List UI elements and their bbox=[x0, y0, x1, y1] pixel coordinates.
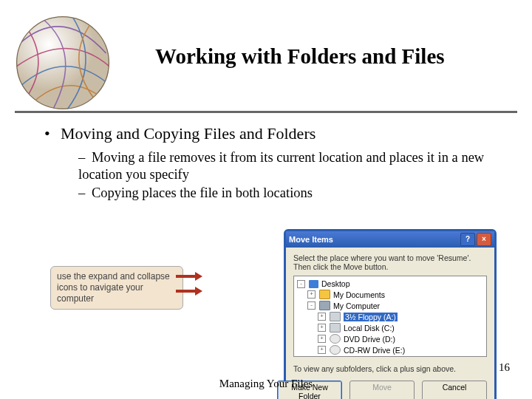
bullet-level1: •Moving and Copying Files and Folders bbox=[44, 124, 502, 143]
dialog-title: Move Items bbox=[289, 235, 333, 244]
decorative-sphere-image bbox=[15, 15, 111, 111]
move-items-dialog: Move Items ? × Select the place where yo… bbox=[284, 229, 497, 399]
svg-marker-2 bbox=[176, 272, 202, 281]
bullet-dot-icon: • bbox=[44, 124, 61, 143]
close-button[interactable]: × bbox=[477, 233, 491, 246]
tree-label: DVD Drive (D:) bbox=[344, 335, 395, 344]
tree-node-desktop[interactable]: -Desktop bbox=[297, 279, 483, 289]
drive-icon bbox=[330, 312, 341, 321]
expand-icon[interactable]: + bbox=[318, 313, 326, 321]
collapse-icon[interactable]: - bbox=[297, 280, 305, 288]
disc-icon bbox=[330, 345, 341, 355]
slide: Working with Folders and Files •Moving a… bbox=[0, 0, 532, 399]
dialog-hint: To view any subfolders, click a plus sig… bbox=[286, 361, 494, 379]
bullet-level2: –Copying places the file in both locatio… bbox=[78, 185, 502, 202]
slide-title: Working with Folders and Files bbox=[155, 44, 445, 69]
disc-icon bbox=[330, 334, 341, 344]
tree-node-cdrw[interactable]: +CD-RW Drive (E:) bbox=[297, 344, 483, 355]
footer-caption: Managing Your Files bbox=[0, 378, 532, 390]
desktop-icon bbox=[309, 280, 318, 288]
tree-node-zip[interactable]: +Zip 100 (F:) bbox=[297, 355, 483, 357]
dash-icon: – bbox=[78, 149, 92, 166]
tree-label: Desktop bbox=[321, 279, 350, 288]
expand-icon[interactable]: + bbox=[318, 335, 326, 343]
collapse-icon[interactable]: - bbox=[307, 301, 316, 310]
tree-node-mycomp[interactable]: -My Computer bbox=[297, 300, 483, 311]
page-number: 16 bbox=[499, 361, 510, 374]
svg-point-1 bbox=[17, 17, 109, 109]
drive-icon bbox=[330, 323, 341, 332]
dialog-instruction: Select the place where you want to move … bbox=[286, 248, 494, 276]
tree-node-localc[interactable]: +Local Disk (C:) bbox=[297, 322, 483, 333]
bullet-level1-text: Moving and Copying Files and Folders bbox=[61, 124, 316, 143]
callout-arrow-icon bbox=[176, 270, 202, 300]
callout-box: use the expand and collapse icons to nav… bbox=[50, 266, 183, 310]
tree-node-dvd[interactable]: +DVD Drive (D:) bbox=[297, 333, 483, 344]
tree-label: My Computer bbox=[333, 301, 380, 310]
expand-icon[interactable]: + bbox=[307, 290, 316, 299]
drive-icon bbox=[330, 356, 341, 357]
tree-label: My Documents bbox=[333, 290, 385, 299]
expand-icon[interactable]: + bbox=[318, 346, 326, 354]
tree-label: 3½ Floppy (A:) bbox=[344, 313, 398, 321]
bullet-level2b-text: Copying places the file in both location… bbox=[92, 185, 313, 200]
tree-label: CD-RW Drive (E:) bbox=[344, 346, 405, 355]
folder-icon bbox=[319, 290, 330, 299]
header-divider bbox=[15, 111, 517, 113]
tree-label: Zip 100 (F:) bbox=[344, 357, 383, 358]
slide-header: Working with Folders and Files bbox=[15, 15, 517, 102]
callout-text: use the expand and collapse icons to nav… bbox=[57, 271, 170, 304]
slide-body: •Moving and Copying Files and Folders –M… bbox=[44, 124, 502, 203]
dialog-titlebar: Move Items ? × bbox=[286, 231, 494, 248]
tree-node-floppy[interactable]: +3½ Floppy (A:) bbox=[297, 311, 483, 322]
tree-node-mydocs[interactable]: +My Documents bbox=[297, 289, 483, 300]
bullet-level2: –Moving a file removes it from its curre… bbox=[78, 149, 502, 183]
folder-tree[interactable]: -Desktop +My Documents -My Computer +3½ … bbox=[293, 276, 487, 357]
svg-marker-3 bbox=[176, 287, 202, 296]
help-icon: ? bbox=[466, 236, 470, 243]
close-icon: × bbox=[482, 236, 486, 243]
help-button[interactable]: ? bbox=[460, 233, 475, 246]
bullet-level2a-text: Moving a file removes it from its curren… bbox=[78, 150, 484, 182]
expand-icon[interactable]: + bbox=[318, 324, 326, 332]
tree-label: Local Disk (C:) bbox=[344, 324, 395, 332]
dash-icon: – bbox=[78, 185, 92, 202]
figure-group: use the expand and collapse icons to nav… bbox=[204, 229, 492, 399]
computer-icon bbox=[319, 301, 330, 310]
